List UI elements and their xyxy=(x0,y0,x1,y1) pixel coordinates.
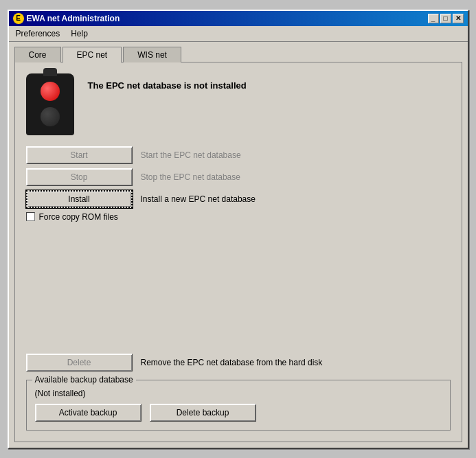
delete-section: Delete Remove the EPC net database from … xyxy=(26,354,451,371)
maximize-button[interactable]: □ xyxy=(440,14,451,23)
minimize-button[interactable]: _ xyxy=(428,14,439,23)
tabs-container: Core EPC net WIS net xyxy=(9,42,468,62)
close-button[interactable]: ✕ xyxy=(453,14,464,23)
install-row: Install Install a new EPC net database xyxy=(26,190,451,208)
start-desc: Start the EPC net database xyxy=(141,150,241,160)
start-button[interactable]: Start xyxy=(26,146,133,164)
install-desc: Install a new EPC net database xyxy=(141,194,256,204)
tab-core[interactable]: Core xyxy=(14,47,61,62)
delete-button[interactable]: Delete xyxy=(26,354,133,371)
stop-desc: Stop the EPC net database xyxy=(141,172,240,182)
checkbox-label: Force copy ROM files xyxy=(39,212,118,222)
buttons-section: Start Start the EPC net database Stop St… xyxy=(26,146,451,222)
window-title: EWA net Administration xyxy=(27,14,120,23)
stop-button[interactable]: Stop xyxy=(26,168,133,186)
backup-content: (Not installed) Activate backup Delete b… xyxy=(35,386,442,422)
checkbox-row: Force copy ROM files xyxy=(26,212,451,222)
main-window: E EWA net Administration _ □ ✕ Preferenc… xyxy=(8,10,469,449)
start-row: Start Start the EPC net database xyxy=(26,146,451,164)
menu-bar: Preferences Help xyxy=(9,26,468,42)
tab-wis-net[interactable]: WIS net xyxy=(123,47,181,62)
title-bar-left: E EWA net Administration xyxy=(13,13,120,24)
activate-backup-button[interactable]: Activate backup xyxy=(35,404,141,422)
tab-epc-net[interactable]: EPC net xyxy=(63,47,122,62)
delete-backup-button[interactable]: Delete backup xyxy=(150,404,256,422)
tab-content: The EPC net database is not installed St… xyxy=(14,62,462,442)
delete-desc: Remove the EPC net database from the har… xyxy=(141,358,323,367)
menu-help[interactable]: Help xyxy=(67,27,92,40)
menu-preferences[interactable]: Preferences xyxy=(12,27,65,40)
backup-group: Available backup database (Not installed… xyxy=(26,380,451,431)
app-icon: E xyxy=(13,13,24,24)
title-bar: E EWA net Administration _ □ ✕ xyxy=(9,11,468,26)
backup-status: (Not installed) xyxy=(35,389,442,398)
status-message: The EPC net database is not installed xyxy=(88,73,247,91)
install-button[interactable]: Install xyxy=(26,190,133,208)
stop-row: Stop Stop the EPC net database xyxy=(26,168,451,186)
title-bar-buttons: _ □ ✕ xyxy=(428,14,464,23)
top-section: The EPC net database is not installed xyxy=(26,73,451,135)
light-red xyxy=(41,82,60,101)
force-copy-checkbox[interactable] xyxy=(26,212,35,221)
backup-group-legend: Available backup database xyxy=(32,375,136,385)
light-green xyxy=(41,107,60,126)
backup-buttons: Activate backup Delete backup xyxy=(35,404,442,422)
traffic-light-icon xyxy=(26,73,74,135)
